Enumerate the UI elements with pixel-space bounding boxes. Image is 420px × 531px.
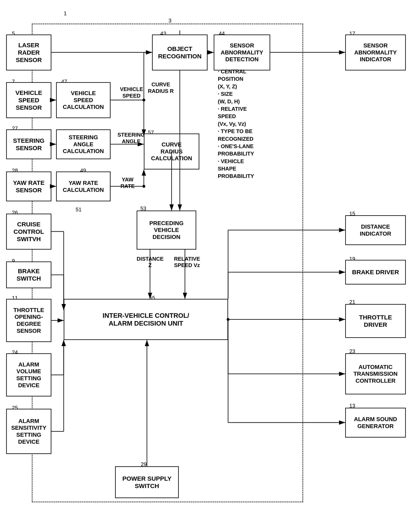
sensor-abnormality-detection-label: SENSOR ABNORMALITY DETECTION bbox=[221, 42, 263, 63]
distance-z-label: DISTANCE Z bbox=[137, 256, 163, 268]
object-recognition-label: OBJECT RECOGNITION bbox=[158, 45, 202, 60]
steering-angle-label: STEERING ANGLE bbox=[114, 132, 148, 145]
yaw-rate-sensor-label: YAW RATE SENSOR bbox=[13, 179, 44, 194]
object-properties: · CENTRAL POSITION (X, Y, Z) · SIZE (W, … bbox=[218, 68, 254, 180]
sensor-abnormality-indicator-box: SENSOR ABNORMALITY INDICATOR bbox=[345, 34, 406, 71]
brake-driver-box: BRAKE DRIVER bbox=[345, 260, 406, 284]
cruise-control-box: CRUISE CONTROL SWITVH bbox=[6, 214, 51, 250]
yaw-rate-sensor-box: YAW RATE SENSOR bbox=[6, 172, 51, 201]
curve-radius-calc-label: CURVE RADIUS CALCULATION bbox=[151, 141, 192, 162]
alarm-volume-label: ALARM VOLUME SETTING DEVICE bbox=[16, 361, 41, 389]
vehicle-speed-label: VEHICLE SPEED bbox=[115, 86, 148, 99]
throttle-driver-label: THROTTLE DRIVER bbox=[359, 314, 392, 328]
throttle-sensor-box: THROTTLE OPENING- DEGREE SENSOR bbox=[6, 299, 51, 342]
ref-51: 51 bbox=[76, 206, 82, 213]
inter-vehicle-label: INTER-VEHICLE CONTROL/ ALARM DECISION UN… bbox=[103, 312, 189, 327]
vehicle-speed-calc-label: VEHICLE SPEED CALCULATION bbox=[63, 90, 104, 111]
yaw-rate-calc-box: YAW RATE CALCULATION bbox=[56, 172, 111, 201]
laser-radar-sensor-box: LASER RADER SENSOR bbox=[6, 34, 51, 71]
auto-trans-box: AUTOMATIC TRANSMISSION CONTROLLER bbox=[345, 353, 406, 394]
alarm-sensitivity-label: ALARM SENSITIVITY SETTING DEVICE bbox=[11, 418, 46, 445]
power-supply-label: POWER SUPPLY SWITCH bbox=[122, 475, 172, 490]
vehicle-speed-sensor-label: VEHICLE SPEED SENSOR bbox=[15, 89, 42, 111]
curve-radius-label: CURVE RADIUS R bbox=[144, 81, 178, 94]
auto-trans-label: AUTOMATIC TRANSMISSION CONTROLLER bbox=[353, 364, 398, 384]
sensor-abnormality-detection-box: SENSOR ABNORMALITY DETECTION bbox=[214, 34, 270, 71]
alarm-volume-box: ALARM VOLUME SETTING DEVICE bbox=[6, 353, 51, 397]
throttle-sensor-label: THROTTLE OPENING- DEGREE SENSOR bbox=[13, 307, 44, 334]
preceding-vehicle-label: PRECEDING VEHICLE DECISION bbox=[149, 220, 183, 240]
vehicle-speed-sensor-box: VEHICLE SPEED SENSOR bbox=[6, 82, 51, 118]
steering-angle-calc-box: STEERING ANGLE CALCULATION bbox=[56, 129, 111, 159]
brake-switch-box: BRAKE SWITCH bbox=[6, 262, 51, 288]
relative-speed-vz-label: RELATIVE SPEED Vz bbox=[168, 256, 206, 268]
brake-driver-label: BRAKE DRIVER bbox=[352, 268, 399, 276]
yaw-rate-calc-label: YAW RATE CALCULATION bbox=[63, 179, 104, 193]
cruise-control-label: CRUISE CONTROL SWITVH bbox=[14, 221, 44, 243]
distance-indicator-box: DISTANCE INDICATOR bbox=[345, 215, 406, 245]
alarm-sound-label: ALARM SOUND GENERATOR bbox=[354, 416, 397, 429]
throttle-driver-box: THROTTLE DRIVER bbox=[345, 304, 406, 338]
sensor-abnormality-indicator-label: SENSOR ABNORMALITY INDICATOR bbox=[354, 42, 397, 63]
ref-1: 1 bbox=[64, 10, 67, 17]
preceding-vehicle-box: PRECEDING VEHICLE DECISION bbox=[137, 210, 196, 250]
laser-radar-sensor-label: LASER RADER SENSOR bbox=[16, 42, 42, 64]
distance-indicator-label: DISTANCE INDICATOR bbox=[360, 223, 391, 237]
steering-sensor-label: STEERING SENSOR bbox=[13, 137, 44, 152]
brake-switch-label: BRAKE SWITCH bbox=[17, 267, 41, 282]
inter-vehicle-box: INTER-VEHICLE CONTROL/ ALARM DECISION UN… bbox=[64, 299, 228, 340]
curve-radius-calc-box: CURVE RADIUS CALCULATION bbox=[144, 133, 199, 169]
ref-3: 3 bbox=[168, 17, 171, 24]
yaw-rate-label: YAW RATE bbox=[114, 176, 141, 189]
vehicle-speed-calc-box: VEHICLE SPEED CALCULATION bbox=[56, 82, 111, 118]
object-recognition-box: OBJECT RECOGNITION bbox=[152, 34, 208, 71]
steering-angle-calc-label: STEERING ANGLE CALCULATION bbox=[63, 134, 104, 155]
steering-sensor-box: STEERING SENSOR bbox=[6, 129, 51, 159]
alarm-sound-box: ALARM SOUND GENERATOR bbox=[345, 408, 406, 438]
power-supply-box: POWER SUPPLY SWITCH bbox=[115, 466, 179, 498]
alarm-sensitivity-box: ALARM SENSITIVITY SETTING DEVICE bbox=[6, 409, 51, 454]
